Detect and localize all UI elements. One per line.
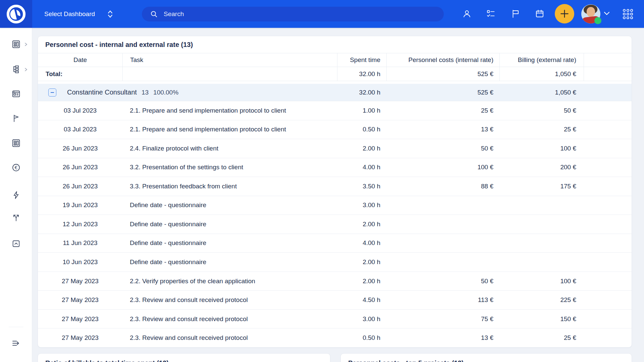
search-bar[interactable]	[142, 7, 444, 21]
cell-date: 19 Jun 2023	[38, 196, 122, 215]
user-icon[interactable]	[462, 9, 472, 18]
sidebar: €	[0, 28, 32, 362]
avatar[interactable]	[581, 4, 600, 23]
search-icon	[150, 10, 158, 18]
cell-task: 2.3. Review and consult received protoco…	[122, 310, 337, 328]
cell-personnel-costs	[386, 253, 499, 272]
cell-spent-time: 2.00 h	[337, 253, 386, 272]
group-percent: 100.00%	[153, 89, 178, 96]
sidebar-expand-chevron[interactable]	[24, 68, 28, 71]
easy-project-logo-icon	[6, 4, 26, 24]
lightning-icon	[11, 190, 21, 200]
cell-task: 2.1. Prepare and send implementation pro…	[122, 120, 337, 139]
chevron-down-icon[interactable]	[603, 11, 610, 16]
cell-personnel-costs: 25 €	[386, 101, 499, 120]
apps-grid-icon[interactable]	[623, 9, 633, 19]
svg-text:€: €	[15, 165, 18, 170]
tasks-checklist-icon[interactable]	[486, 9, 495, 18]
column-header-empty	[584, 53, 632, 67]
online-status-dot	[594, 17, 601, 24]
workflow-split-icon	[11, 213, 21, 222]
table-rows: 03 Jul 2023 2.1. Prepare and send implem…	[38, 101, 632, 347]
column-header-task: Task	[122, 53, 337, 67]
cell-task: Define date - questionnaire	[122, 253, 337, 272]
sidebar-item-finance[interactable]: €	[0, 163, 32, 172]
cell-billing: 200 €	[499, 158, 584, 177]
cell-personnel-costs: 100 €	[386, 158, 499, 177]
sidebar-item-panels[interactable]	[0, 89, 32, 99]
cell-billing	[499, 253, 584, 272]
table-row: 26 Jun 2023 2.4. Finalize protocol with …	[38, 139, 632, 158]
sidebar-collapse-button[interactable]	[0, 338, 32, 348]
table-row: 03 Jul 2023 2.1. Prepare and send implem…	[38, 101, 632, 120]
cell-personnel-costs: 50 €	[386, 139, 499, 158]
cell-task: Define date - questionnaire	[122, 196, 337, 215]
cell-date: 03 Jul 2023	[38, 101, 122, 120]
sidebar-item-milestones[interactable]	[0, 114, 32, 123]
sidebar-item-quick-actions[interactable]	[0, 190, 32, 200]
cell-task: 3.3. Presentation feedback from client	[122, 177, 337, 196]
table-row: 27 May 2023 2.3. Review and consult rece…	[38, 328, 632, 347]
search-input[interactable]	[163, 10, 413, 18]
personnel-top-projects-card: Personnel costs - top 5 projects (13)	[340, 353, 632, 362]
cell-task: 2.1. Prepare and send implementation pro…	[122, 101, 337, 120]
table-row: 27 May 2023 2.2. Verify properties of th…	[38, 272, 632, 291]
cell-spent-time: 2.00 h	[337, 272, 386, 291]
total-spent-time: 32.00 h	[337, 67, 386, 81]
modules-icon	[11, 138, 21, 148]
dashboard-selector[interactable]: Select Dashboard	[44, 0, 113, 28]
cell-task: 3.2. Presentation of the settings to cli…	[122, 158, 337, 177]
collapse-group-button[interactable]	[48, 88, 56, 97]
cell-personnel-costs: 88 €	[386, 177, 499, 196]
dashboards-icon	[11, 40, 21, 49]
box-chevron-up-icon	[11, 239, 21, 248]
flag-icon[interactable]	[511, 9, 520, 18]
app-logo[interactable]	[0, 0, 32, 28]
cell-spent-time: 4.00 h	[337, 234, 386, 253]
cell-date: 27 May 2023	[38, 272, 122, 291]
cell-task: 2.3. Review and consult received protoco…	[122, 291, 337, 309]
personnel-cost-card: Personnel cost - internal and external r…	[38, 36, 632, 348]
dashboard-selector-label: Select Dashboard	[44, 10, 95, 18]
table-row: 03 Jul 2023 2.1. Prepare and send implem…	[38, 120, 632, 139]
cell-spent-time: 4.50 h	[337, 291, 386, 309]
total-billing: 1,050 €	[499, 67, 584, 81]
total-label: Total:	[38, 67, 122, 81]
milestone-flag-icon	[11, 114, 21, 123]
cell-date: 27 May 2023	[38, 310, 122, 328]
table-row: 12 Jun 2023 Define date - questionnaire …	[38, 215, 632, 234]
calendar-icon[interactable]	[535, 9, 544, 18]
project-tree-icon	[11, 65, 21, 74]
cell-date: 26 Jun 2023	[38, 158, 122, 177]
cell-spent-time: 3.50 h	[337, 177, 386, 196]
cell-date: 27 May 2023	[38, 328, 122, 347]
sidebar-item-workflow[interactable]	[0, 213, 32, 222]
card-title: Ratio of billable to total time spent (1…	[38, 354, 330, 362]
cell-spent-time: 1.00 h	[337, 101, 386, 120]
cell-billing	[499, 215, 584, 234]
cell-personnel-costs	[386, 196, 499, 215]
cell-billing: 25 €	[499, 328, 584, 347]
cell-billing: 225 €	[499, 291, 584, 309]
sidebar-expand-chevron[interactable]	[24, 43, 28, 46]
cell-spent-time: 2.00 h	[337, 215, 386, 234]
cell-personnel-costs	[386, 215, 499, 234]
table-row: 11 Jun 2023 Define date - questionnaire …	[38, 234, 632, 253]
collapse-sidebar-icon	[11, 338, 21, 348]
cell-date: 27 May 2023	[38, 291, 122, 309]
row-gap	[38, 81, 632, 84]
cell-spent-time: 2.00 h	[337, 139, 386, 158]
sidebar-item-modules[interactable]	[0, 138, 32, 148]
finance-euro-icon: €	[11, 163, 21, 172]
cell-date: 11 Jun 2023	[38, 234, 122, 253]
cell-spent-time: 3.00 h	[337, 310, 386, 328]
table-row: 26 Jun 2023 3.2. Presentation of the set…	[38, 158, 632, 177]
cell-task: 2.2. Verify properties of the clean appl…	[122, 272, 337, 291]
cell-spent-time: 0.50 h	[337, 120, 386, 139]
group-personnel-costs: 525 €	[386, 84, 499, 101]
cell-billing: 100 €	[499, 272, 584, 291]
card-title: Personnel costs - top 5 projects (13)	[341, 354, 632, 362]
column-header-billing: Billing (external rate)	[499, 53, 584, 67]
sidebar-item-collapse-box[interactable]	[0, 239, 32, 248]
add-plus-button[interactable]	[555, 4, 574, 23]
